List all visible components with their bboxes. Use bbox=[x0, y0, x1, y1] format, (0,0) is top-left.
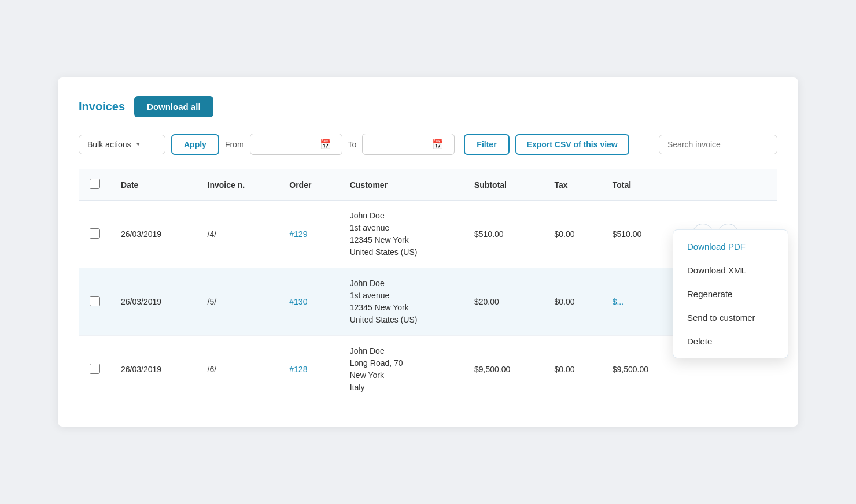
from-date-field[interactable] bbox=[257, 140, 315, 149]
bulk-actions-dropdown[interactable]: Bulk actions ▾ bbox=[79, 135, 165, 154]
table-row: 26/03/2019 /4/ #129 John Doe1st avenue12… bbox=[79, 201, 777, 268]
row1-checkbox[interactable] bbox=[90, 228, 100, 239]
header-row: Invoices Download all bbox=[79, 96, 777, 117]
row3-order: #128 bbox=[279, 336, 339, 403]
row3-total: $9,500.00 bbox=[602, 336, 682, 403]
row3-customer: John DoeLong Road, 70New YorkItaly bbox=[340, 336, 464, 403]
row3-date: 26/03/2019 bbox=[110, 336, 197, 403]
bulk-actions-label: Bulk actions bbox=[87, 140, 131, 149]
row1-customer: John Doe1st avenue12345 New YorkUnited S… bbox=[340, 201, 464, 268]
search-input[interactable] bbox=[659, 135, 777, 154]
row1-checkbox-cell bbox=[79, 201, 111, 268]
row3-invoice-n: /6/ bbox=[197, 336, 279, 403]
apply-button[interactable]: Apply bbox=[171, 134, 219, 155]
row1-total: $510.00 bbox=[602, 201, 682, 268]
to-label: To bbox=[348, 140, 357, 149]
toolbar-row: Bulk actions ▾ Apply From 📅 To 📅 Filter … bbox=[79, 134, 777, 155]
to-date-field[interactable] bbox=[370, 140, 427, 149]
header-checkbox-cell bbox=[79, 169, 111, 201]
row2-checkbox[interactable] bbox=[90, 296, 100, 306]
page-container: Invoices Download all Bulk actions ▾ App… bbox=[58, 77, 798, 427]
from-label: From bbox=[225, 140, 244, 149]
chevron-down-icon: ▾ bbox=[136, 140, 140, 148]
header-order: Order bbox=[279, 169, 339, 201]
row1-date: 26/03/2019 bbox=[110, 201, 197, 268]
header-total: Total bbox=[602, 169, 682, 201]
row1-dropdown-menu: Download PDF Download XML Regenerate Sen… bbox=[673, 229, 788, 358]
dropdown-download-pdf[interactable]: Download PDF bbox=[673, 235, 788, 258]
header-subtotal: Subtotal bbox=[464, 169, 544, 201]
row3-order-link[interactable]: #128 bbox=[289, 365, 307, 374]
row1-invoice-n: /4/ bbox=[197, 201, 279, 268]
row1-order-link[interactable]: #129 bbox=[289, 229, 307, 239]
table-header-row: Date Invoice n. Order Customer Subtotal … bbox=[79, 169, 777, 201]
header-actions bbox=[682, 169, 777, 201]
row2-tax: $0.00 bbox=[544, 268, 602, 336]
dropdown-regenerate[interactable]: Regenerate bbox=[673, 282, 788, 306]
to-date-input[interactable]: 📅 bbox=[362, 134, 455, 155]
dropdown-send-to-customer[interactable]: Send to customer bbox=[673, 306, 788, 329]
row1-subtotal: $510.00 bbox=[464, 201, 544, 268]
filter-button[interactable]: Filter bbox=[464, 134, 509, 155]
row2-invoice-n: /5/ bbox=[197, 268, 279, 336]
header-tax: Tax bbox=[544, 169, 602, 201]
select-all-checkbox[interactable] bbox=[90, 179, 100, 189]
page-title: Invoices bbox=[79, 100, 125, 113]
header-invoice-n: Invoice n. bbox=[197, 169, 279, 201]
row2-total: $... bbox=[602, 268, 682, 336]
header-date: Date bbox=[110, 169, 197, 201]
row1-tax: $0.00 bbox=[544, 201, 602, 268]
row1-actions-cell: Download PDF Download XML Regenerate Sen… bbox=[682, 201, 777, 268]
row2-order-link[interactable]: #130 bbox=[289, 297, 307, 306]
row2-date: 26/03/2019 bbox=[110, 268, 197, 336]
dropdown-download-xml[interactable]: Download XML bbox=[673, 258, 788, 282]
row2-customer: John Doe1st avenue12345 New YorkUnited S… bbox=[340, 268, 464, 336]
row1-customer-info: John Doe1st avenue12345 New YorkUnited S… bbox=[350, 210, 453, 258]
row3-subtotal: $9,500.00 bbox=[464, 336, 544, 403]
row2-checkbox-cell bbox=[79, 268, 111, 336]
row2-order: #130 bbox=[279, 268, 339, 336]
from-date-input[interactable]: 📅 bbox=[250, 134, 342, 155]
calendar-icon-from: 📅 bbox=[320, 139, 331, 150]
calendar-icon-to: 📅 bbox=[432, 139, 444, 150]
row1-order: #129 bbox=[279, 201, 339, 268]
invoice-table: Date Invoice n. Order Customer Subtotal … bbox=[79, 169, 777, 403]
export-csv-button[interactable]: Export CSV of this view bbox=[515, 134, 629, 155]
row3-checkbox[interactable] bbox=[90, 364, 100, 374]
row2-subtotal: $20.00 bbox=[464, 268, 544, 336]
header-customer: Customer bbox=[340, 169, 464, 201]
row3-tax: $0.00 bbox=[544, 336, 602, 403]
row3-customer-info: John DoeLong Road, 70New YorkItaly bbox=[350, 345, 453, 394]
download-all-button[interactable]: Download all bbox=[134, 96, 213, 117]
dropdown-delete[interactable]: Delete bbox=[673, 329, 788, 353]
row2-customer-info: John Doe1st avenue12345 New YorkUnited S… bbox=[350, 277, 453, 326]
row3-checkbox-cell bbox=[79, 336, 111, 403]
